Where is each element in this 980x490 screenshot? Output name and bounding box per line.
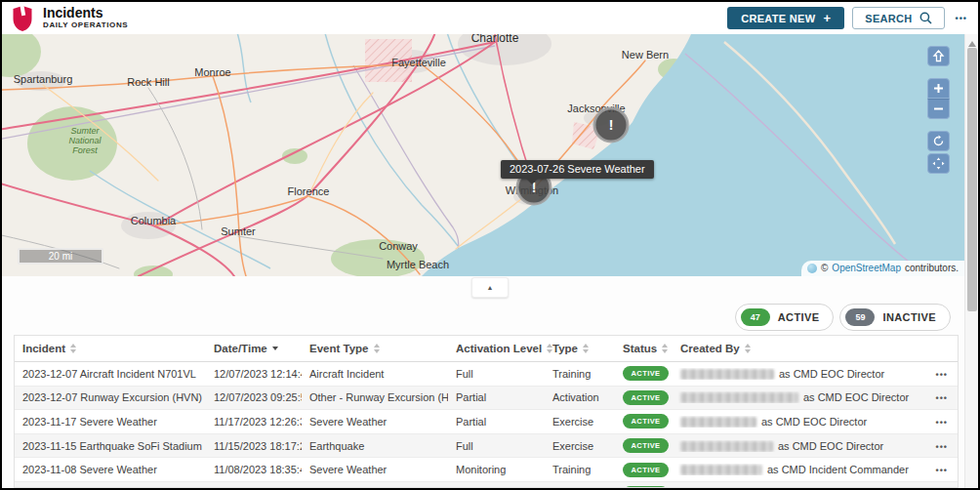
status-cell: ACTIVE [615,438,673,453]
incident-marker[interactable]: ! [594,108,628,142]
column-label: Incident [22,343,65,354]
row-actions-cell: ••• [920,464,958,475]
table-row[interactable]: 2023-12-07 Aircraft Incident N701VL12/07… [15,362,958,387]
app-titles: Incidents DAILY OPERATIONS [43,6,128,29]
map-city-label: Florence [288,185,330,197]
map-locate-button[interactable] [927,153,950,174]
top-header: Incidents DAILY OPERATIONS CREATE NEW + … [2,2,978,34]
vertical-scrollbar[interactable] [964,34,978,488]
status-badge: ACTIVE [623,414,669,429]
search-button[interactable]: SEARCH [852,7,944,29]
table-row[interactable]: 2023-11-17 Severe Weather11/17/2023 12:2… [15,410,958,434]
column-label: Status [623,343,657,354]
map-reset-button[interactable] [927,131,950,151]
column-label: Activation Level [456,343,542,354]
created-by-role: as CMD EOC Director [803,391,909,403]
osm-link[interactable]: OpenStreetMap [832,263,901,273]
header-more-menu-icon[interactable]: ••• [953,12,970,25]
attribution-suffix: contributors. [905,263,959,273]
active-label: ACTIVE [778,311,820,323]
status-filters: 47 ACTIVE 59 INACTIVE [735,304,951,331]
column-header-event-type[interactable]: Event Type [302,343,448,354]
type-cell: Exercise [545,440,615,452]
activation-level-cell: Full [448,368,545,380]
brand-shield-icon [12,5,33,32]
row-actions-menu-icon[interactable]: ••• [936,393,948,403]
map-marker-tooltip: 2023-07-26 Severe Weather [501,160,654,179]
table-row[interactable]: 2023-12-07 Runway Excursion (HVN)12/07/2… [15,387,958,411]
map-zoom-in-button[interactable] [927,78,950,99]
page-subtitle: DAILY OPERATIONS [43,21,128,30]
sort-icon [745,344,751,353]
column-header-incident[interactable]: Incident [15,343,206,354]
created-by-cell: as CMD EOC Director [673,368,920,380]
collapse-panel-button[interactable]: ▲ [471,277,509,298]
filter-active-button[interactable]: 47 ACTIVE [735,304,835,331]
scrollbar-thumb[interactable] [967,48,977,311]
rotate-reset-icon [932,135,945,147]
row-actions-cell: ••• [920,391,958,403]
created-by-role: as CMD EOC Director [761,416,867,428]
pan-move-icon [932,157,945,170]
minus-icon [933,103,944,114]
map-pan-up-button[interactable] [927,46,950,66]
map-city-label: Myrtle Beach [387,259,449,270]
row-actions-menu-icon[interactable]: ••• [936,466,948,475]
sort-icon [374,344,380,353]
event-type-cell: Earthquake [302,440,448,452]
inactive-label: INACTIVE [882,311,936,323]
map-city-label: Spartanburg [14,73,73,85]
plus-icon: + [823,11,831,25]
row-actions-menu-icon[interactable]: ••• [936,418,948,428]
redacted-user-name [680,417,756,428]
copyright-symbol: © [821,263,828,273]
row-actions-menu-icon[interactable]: ••• [936,442,948,452]
event-type-cell: Severe Weather [302,464,448,475]
incident-cell: 2023-12-07 Aircraft Incident N701VL [15,368,206,380]
scrollbar-up-arrow-icon[interactable] [968,37,976,47]
filter-inactive-button[interactable]: 59 INACTIVE [839,304,951,331]
create-new-label: CREATE NEW [741,13,815,24]
map-city-label: Monroe [194,66,230,78]
map-city-label: Sumter [221,225,256,237]
map-city-label: New Bern [622,49,669,61]
table-row[interactable]: 2023-11-07 Earthquake Specific11/07/2023… [15,482,958,488]
type-cell: Exercise [545,416,615,428]
column-header-date-time[interactable]: Date/Time [206,343,302,354]
datetime-cell: 11/15/2023 18:17:25 [206,440,302,452]
datetime-cell: 12/07/2023 09:25:55 [206,391,302,403]
search-icon [919,12,932,24]
map-zoom-out-button[interactable] [927,99,950,119]
table-row[interactable]: 2023-11-15 Earthquake SoFi Stadium11/15/… [15,434,958,459]
redacted-user-name [680,392,798,403]
redacted-user-name [680,441,773,452]
incident-cell: 2023-11-15 Earthquake SoFi Stadium [15,440,206,452]
status-badge: ACTIVE [623,463,669,477]
status-cell: ACTIVE [615,486,673,488]
incident-map[interactable]: CharlotteSpartanburgGreerGreenvilleRock … [2,34,964,276]
status-badge: ACTIVE [623,438,669,453]
create-new-button[interactable]: CREATE NEW + [727,7,844,29]
status-badge: ACTIVE [623,366,669,381]
column-header-status[interactable]: Status [615,343,673,354]
column-label: Event Type [309,343,369,354]
incident-cell: 2023-11-17 Severe Weather [15,416,206,428]
basemap: CharlotteSpartanburgGreerGreenvilleRock … [2,34,964,276]
table-row[interactable]: 2023-11-08 Severe Weather11/08/2023 18:3… [15,458,958,482]
map-attribution: © OpenStreetMap contributors. [801,261,964,276]
status-cell: ACTIVE [615,414,673,429]
incident-table: IncidentDate/TimeEvent TypeActivation Le… [14,335,959,488]
collapse-caret-icon: ▲ [487,284,494,291]
status-cell: ACTIVE [615,366,673,381]
column-label: Date/Time [214,343,267,354]
map-city-label: Charlotte [471,34,519,45]
column-header-activation-level[interactable]: Activation Level [448,343,545,354]
active-count-badge: 47 [741,308,770,326]
row-actions-menu-icon[interactable]: ••• [936,370,948,380]
datetime-cell: 11/08/2023 18:35:43 [206,464,302,475]
map-city-label: Columbia [131,215,177,226]
inactive-count-badge: 59 [845,308,875,326]
incident-cell: 2023-11-08 Severe Weather [15,464,206,475]
column-header-created-by[interactable]: Created By [673,343,958,354]
column-header-type[interactable]: Type [545,343,615,354]
